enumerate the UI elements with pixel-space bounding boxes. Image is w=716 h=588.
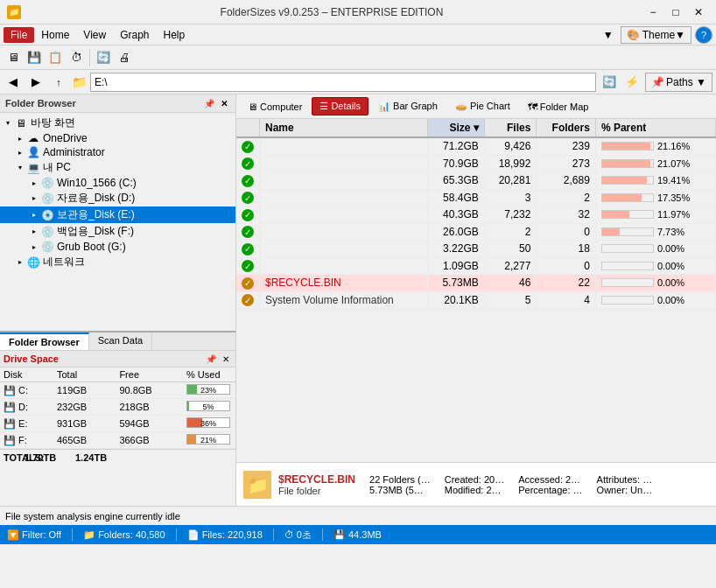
toolbar-print-btn[interactable]: 🖨: [115, 48, 134, 67]
table-row[interactable]: ✓ 1.09GB 2,277 0 0.00%: [236, 257, 716, 275]
tree-item-c[interactable]: ▸ 💿 Win10_1566 (C:): [0, 176, 235, 190]
tab-computer[interactable]: 🖥 Computer: [240, 98, 310, 116]
dropdown-arrow[interactable]: ▼: [600, 29, 617, 41]
ds-disk: 💾 C:: [0, 382, 53, 399]
menu-home[interactable]: Home: [34, 27, 76, 43]
table-row[interactable]: ✓ 58.4GB 3 2 17.35%: [236, 189, 716, 206]
toolbar-new-btn[interactable]: 🖥: [4, 48, 23, 67]
up-button[interactable]: ↑: [49, 73, 68, 92]
menu-graph[interactable]: Graph: [113, 27, 156, 43]
row-check: ✓: [236, 291, 260, 309]
toolbar-sep1: [89, 49, 90, 66]
bs-filter: 🔽 Filter: Off: [7, 529, 61, 541]
ds-col-disk: Disk: [0, 368, 53, 382]
table-row[interactable]: ✓ 70.9GB 18,992 273 21.07%: [236, 155, 716, 172]
tree-item-admin[interactable]: ▸ 👤 Administrator: [0, 145, 235, 159]
drive-space-row[interactable]: 💾 F: 465GB 366GB 21%: [0, 432, 235, 449]
tree-item-mypc[interactable]: ▾ 💻 내 PC: [0, 159, 235, 176]
toolbar-copy-btn[interactable]: 📋: [46, 48, 65, 67]
address-input[interactable]: [90, 73, 596, 92]
paths-button[interactable]: 📌 Paths ▼: [645, 73, 712, 92]
tab-scan-data[interactable]: Scan Data: [89, 332, 152, 350]
tree-icon-d: 💿: [40, 192, 54, 205]
tree-arrow-desktop[interactable]: ▾: [2, 117, 14, 130]
pin-button[interactable]: 📌: [203, 97, 215, 109]
ds-pct: 5%: [183, 399, 235, 416]
col-pct-parent[interactable]: % Parent: [595, 119, 715, 137]
back-button[interactable]: ◀: [4, 73, 23, 92]
tree-icon-desktop: 🖥: [14, 117, 28, 130]
drive-space-row[interactable]: 💾 C: 119GB 90.8GB 23%: [0, 382, 235, 399]
ds-close-btn[interactable]: ✕: [220, 353, 232, 365]
tree-arrow-d[interactable]: ▸: [28, 192, 40, 205]
ds-free: 594GB: [116, 416, 183, 432]
maximize-button[interactable]: □: [665, 4, 686, 21]
tree-item-d[interactable]: ▸ 💿 자료용_Disk (D:): [0, 190, 235, 206]
drive-space-row[interactable]: 💾 E: 931GB 594GB 36%: [0, 416, 235, 432]
toolbar: 🖥 💾 📋 ⏱ 🔄 🖨: [0, 46, 716, 70]
tree-arrow-c[interactable]: ▸: [28, 177, 40, 189]
ds-col-total: Total: [53, 368, 116, 382]
statusbar: File system analysis engine currently id…: [0, 506, 716, 525]
tab-bar-graph[interactable]: 📊 Bar Graph: [370, 97, 446, 116]
tree-arrow-f[interactable]: ▸: [28, 226, 40, 238]
tree-arrow-g[interactable]: ▸: [28, 241, 40, 253]
ds-pct: 23%: [183, 382, 235, 399]
theme-button[interactable]: 🎨 Theme▼: [621, 26, 691, 44]
tree-item-onedrive[interactable]: ▸ ☁ OneDrive: [0, 131, 235, 145]
row-pct: 0.00%: [595, 241, 715, 258]
row-files: 50: [484, 241, 537, 258]
menu-file[interactable]: File: [4, 27, 34, 43]
minimize-button[interactable]: −: [642, 4, 663, 21]
table-row[interactable]: ✓ 40.3GB 7,232 32 11.97%: [236, 206, 716, 224]
drive-space-row[interactable]: 💾 D: 232GB 218GB 5%: [0, 399, 235, 416]
help-button[interactable]: ?: [695, 26, 712, 44]
forward-button[interactable]: ▶: [26, 73, 46, 92]
drive-space-title: Drive Space: [4, 354, 59, 364]
tree-arrow-admin[interactable]: ▸: [14, 146, 26, 158]
row-name: [260, 257, 428, 275]
table-row[interactable]: ✓ 26.0GB 2 0 7.73%: [236, 223, 716, 241]
tab-folder-browser[interactable]: Folder Browser: [0, 332, 89, 350]
tree-arrow-mypc[interactable]: ▾: [14, 162, 26, 174]
check-icon: ✓: [242, 294, 254, 306]
tree-arrow-e[interactable]: ▸: [28, 209, 40, 221]
col-check[interactable]: [236, 119, 260, 137]
tree-item-e[interactable]: ▸ 💿 보관용_Disk (E:): [0, 206, 235, 223]
tree-item-desktop[interactable]: ▾ 🖥 바탕 화면: [0, 115, 235, 131]
tree-arrow-onedrive[interactable]: ▸: [14, 132, 26, 144]
tab-details[interactable]: ☰ Details: [312, 97, 369, 116]
tab-folder-map[interactable]: 🗺 Folder Map: [520, 98, 597, 116]
tree-item-g[interactable]: ▸ 💿 Grub Boot (G:): [0, 240, 235, 254]
close-button[interactable]: ✕: [688, 4, 709, 21]
row-check: ✓: [236, 257, 260, 275]
table-row[interactable]: ✓ 3.22GB 50 18 0.00%: [236, 241, 716, 258]
tree-arrow-network[interactable]: ▸: [14, 256, 26, 269]
col-name[interactable]: Name: [260, 119, 428, 137]
toolbar-save-btn[interactable]: 💾: [25, 48, 44, 67]
table-row[interactable]: ✓ 71.2GB 9,426 239 21.16%: [236, 137, 716, 155]
row-name: [260, 223, 428, 241]
menu-help[interactable]: Help: [157, 27, 193, 43]
table-row[interactable]: ✓ System Volume Information 20.1KB 5 4 0…: [236, 291, 716, 309]
row-folders: 0: [537, 257, 596, 275]
close-panel-button[interactable]: ✕: [218, 97, 230, 109]
col-folders[interactable]: Folders: [537, 119, 596, 137]
menu-view[interactable]: View: [76, 27, 113, 43]
tree-item-f[interactable]: ▸ 💿 백업용_Disk (F:): [0, 223, 235, 240]
col-files[interactable]: Files: [484, 119, 537, 137]
ds-pin-btn[interactable]: 📌: [205, 353, 217, 365]
toolbar-refresh-btn[interactable]: 🔄: [94, 48, 113, 67]
col-size[interactable]: Size ▾: [427, 119, 484, 137]
table-row[interactable]: ✓ 65.3GB 20,281 2,689 19.41%: [236, 172, 716, 190]
tree-item-network[interactable]: ▸ 🌐 네트워크: [0, 254, 235, 270]
addr-scan-btn[interactable]: ⚡: [622, 73, 642, 92]
row-folders: 2: [537, 189, 596, 206]
folder-browser-title: Folder Browser: [5, 98, 76, 108]
table-row[interactable]: ✓ $RECYCLE.BIN 5.73MB 46 22 0.00%: [236, 275, 716, 292]
tab-pie-chart[interactable]: 🥧 Pie Chart: [447, 97, 518, 116]
tree-icon-c: 💿: [40, 177, 54, 189]
addr-refresh-btn[interactable]: 🔄: [600, 73, 619, 92]
toolbar-timer-btn[interactable]: ⏱: [67, 48, 86, 67]
bs-folders: 📁 Folders: 40,580: [83, 529, 165, 541]
